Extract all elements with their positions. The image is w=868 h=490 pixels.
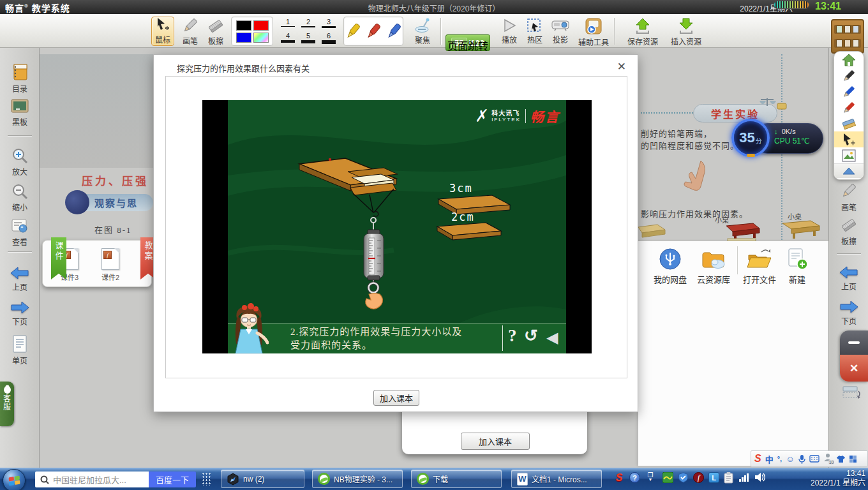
iflytek-cn: 科大讯飞 xyxy=(491,110,521,117)
tray-lol-icon[interactable]: L xyxy=(708,472,719,483)
document-title: 物理北师大八年级下册（2020年修订） xyxy=(0,3,868,13)
cloud-library-button[interactable]: 云资源库 xyxy=(689,248,738,285)
tray-clipboard-icon[interactable] xyxy=(724,472,733,484)
sidebar-item-blackboard[interactable]: 黑板 xyxy=(0,99,40,127)
screen-switch-button[interactable] xyxy=(842,386,862,400)
right-item-next-page[interactable]: 下页 xyxy=(829,301,868,326)
prev-step-button[interactable]: ◀ xyxy=(546,330,558,345)
tray-speaker-icon[interactable] xyxy=(754,472,765,482)
tray-expand-icon[interactable]: ❐▼ xyxy=(646,472,655,482)
taskbar-search-box[interactable]: 中国驻尼加拉瓜大... xyxy=(35,471,149,487)
start-button[interactable] xyxy=(3,469,26,490)
pen-red-button[interactable] xyxy=(834,100,864,115)
tool-save-resource[interactable]: 保存资源 xyxy=(623,18,662,47)
telescope-icon xyxy=(65,190,89,214)
tool-eraser[interactable]: 板擦 xyxy=(204,17,227,46)
taskbar-item-nb-physics[interactable]: NB物理实验 - 3... xyxy=(312,470,403,488)
close-button[interactable]: ✕ xyxy=(840,355,868,382)
image-button[interactable] xyxy=(834,147,864,163)
page-jump-label[interactable]: 页面跳转 xyxy=(440,38,495,53)
eraser-button[interactable] xyxy=(834,115,864,131)
file-label: 课件2 xyxy=(101,272,119,282)
help-button[interactable]: ? xyxy=(508,327,517,345)
class-monitor-widget[interactable]: ↓ 0K/s CPU 51℃ 35 分 xyxy=(731,119,823,158)
tool-aux[interactable]: 辅助工具 xyxy=(576,17,611,47)
right-item-prev-page[interactable]: 上页 xyxy=(829,266,868,292)
marker-red-icon[interactable] xyxy=(365,22,382,41)
my-netdisk-button[interactable]: 我的网盘 xyxy=(646,248,694,285)
sidebar-item-toc[interactable]: 目录 xyxy=(0,63,40,94)
sidebar-item-next-page[interactable]: 下页 xyxy=(0,301,40,327)
keyboard-icon[interactable] xyxy=(809,455,819,463)
weight-4[interactable]: 4 xyxy=(278,32,297,43)
sidebar-item-zoom-in[interactable]: 放大 xyxy=(0,147,40,177)
marker-blue-icon[interactable] xyxy=(385,22,402,41)
textbook-photo xyxy=(40,54,153,168)
tray-map-icon[interactable] xyxy=(662,472,673,483)
right-item-pen[interactable]: 画笔 xyxy=(829,182,868,212)
toolbox-grid-icon[interactable] xyxy=(849,456,857,463)
marker-yellow-icon[interactable] xyxy=(345,22,361,41)
home-button[interactable] xyxy=(834,52,864,68)
lang-chinese-toggle[interactable]: 中 xyxy=(765,453,774,465)
tool-mouse[interactable]: 鼠标 xyxy=(151,17,174,46)
color-red-swatch[interactable] xyxy=(253,20,269,31)
new-file-button[interactable]: 新建 xyxy=(776,248,818,285)
tool-projector[interactable]: 投影 xyxy=(548,19,573,45)
sidebar-item-single-page[interactable]: 单页 xyxy=(0,335,40,366)
taskbar-item-word[interactable]: W 文档1 - Micros... xyxy=(511,470,602,488)
bookshelf-button[interactable] xyxy=(831,19,864,54)
pen-black-button[interactable] xyxy=(834,68,864,84)
dialog-close-button[interactable]: ✕ xyxy=(617,60,626,73)
sidebar-item-zoom-out[interactable]: 缩小 xyxy=(0,183,40,212)
punctuation-toggle[interactable]: °, xyxy=(777,455,782,463)
tool-focus[interactable]: 聚焦 xyxy=(410,18,435,45)
minimize-button[interactable] xyxy=(840,330,868,355)
search-query[interactable]: 中国驻尼加拉瓜大... xyxy=(53,473,126,486)
timer-unit: 分 xyxy=(756,136,762,145)
weight-3[interactable]: 3 xyxy=(319,18,338,28)
baidu-search-button[interactable]: 百度一下 xyxy=(149,471,196,487)
view-icon xyxy=(11,218,28,234)
tray-shield-icon[interactable] xyxy=(678,472,689,483)
divider xyxy=(8,135,32,136)
color-black-swatch[interactable] xyxy=(236,20,251,31)
tool-hotzone[interactable]: 热区 xyxy=(523,19,546,45)
add-to-book-button-background[interactable]: 加入课本 xyxy=(461,433,530,450)
customer-service-tab[interactable]: 客服 xyxy=(0,382,14,426)
add-to-book-button[interactable]: 加入课本 xyxy=(373,390,419,406)
collapse-panel-button[interactable] xyxy=(834,163,864,178)
eraser-icon xyxy=(840,216,858,234)
emoji-button[interactable]: ☺ xyxy=(786,454,794,464)
right-item-eraser[interactable]: 板擦 xyxy=(829,216,868,246)
sidebar-item-prev-page[interactable]: 上页 xyxy=(0,267,40,292)
taskbar-item-nw[interactable]: nw (2) xyxy=(221,470,304,488)
color-blue-swatch[interactable] xyxy=(236,33,251,43)
weight-5[interactable]: 5 xyxy=(299,32,318,43)
weight-2[interactable]: 2 xyxy=(299,18,318,27)
tray-signal-icon[interactable] xyxy=(739,472,749,482)
tool-play[interactable]: 播放 xyxy=(498,19,521,45)
weight-1[interactable]: 1 xyxy=(278,18,297,27)
tool-insert-resource[interactable]: 插入资源 xyxy=(666,18,706,47)
sidebar-item-view[interactable]: 查看 xyxy=(0,218,40,247)
pen-blue-button[interactable] xyxy=(834,84,864,100)
tray-sogou-icon[interactable]: S xyxy=(613,472,625,484)
tool-pen[interactable]: 画笔 xyxy=(179,17,202,46)
tray-flash-icon[interactable]: f xyxy=(693,472,704,483)
weight-6[interactable]: 6 xyxy=(319,32,338,44)
cursor-button[interactable] xyxy=(834,131,864,147)
tab-courseware[interactable]: 课件 xyxy=(51,237,66,279)
replay-button[interactable]: ↺ xyxy=(524,327,538,344)
flash-player[interactable]: ✗ 科大讯飞 IFLYTEK 畅言 3cm 2cm xyxy=(202,100,592,353)
skin-shirt-icon[interactable] xyxy=(836,455,846,463)
sogou-icon[interactable]: S xyxy=(754,453,761,464)
blackboard-icon xyxy=(11,99,29,114)
tray-clock[interactable]: 13:41 2022/1/1 星期六 xyxy=(805,469,865,488)
color-rainbow-swatch[interactable] xyxy=(253,33,269,43)
microphone-icon[interactable] xyxy=(798,454,805,464)
courseware-file-2[interactable]: f 课件2 xyxy=(101,248,119,282)
taskbar-item-download[interactable]: 下载 xyxy=(411,470,502,488)
tray-help-icon[interactable]: ? xyxy=(629,472,640,483)
user-icon[interactable]: 10 xyxy=(823,453,832,464)
